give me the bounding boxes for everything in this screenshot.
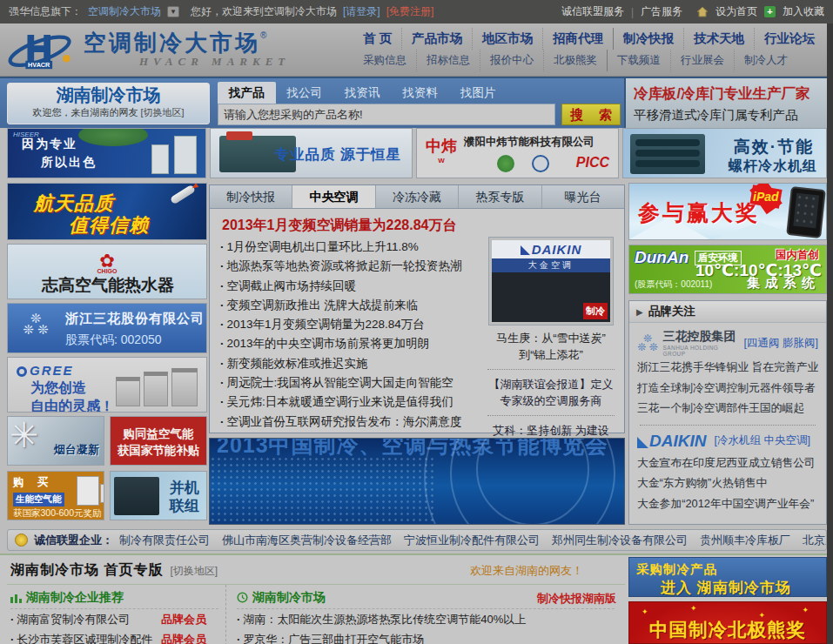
company-row[interactable]: 湖南富贸制冷有限公司 品牌会员 xyxy=(10,609,218,629)
coldroom-ad-banner[interactable]: 冷库板/冷库门专业生产厂家 平移滑道式冷库门属专利产品 xyxy=(624,78,833,130)
alliance-company-link[interactable]: 贵州顺丰冷库板厂 xyxy=(700,533,790,548)
add-favorite-link[interactable]: 加入收藏 xyxy=(783,4,824,19)
nav-exhibition[interactable]: 行业展会 xyxy=(670,50,734,71)
polar-bear-award-banner[interactable]: ✦ ✦ ✦ ✦ 中国制冷北极熊奖 xyxy=(628,601,827,644)
sanhua-stock-ad[interactable]: ❊❊ ❊ 浙江三花股份有限公司 股票代码: 002050 xyxy=(7,303,207,353)
news-item[interactable]: 吴元炜:日本就暖通空调行业来说是值得我们 xyxy=(220,392,494,412)
news-tab-central-ac[interactable]: 中央空调 xyxy=(292,185,375,208)
news-tab-heat-pump[interactable]: 热泵专版 xyxy=(459,185,541,208)
news-item[interactable]: 2013年的中央空调市场前景将更加明朗 xyxy=(220,334,494,353)
brand-news-item[interactable]: 大金“东方购物”火热销售中 xyxy=(637,473,818,493)
alliance-company-link[interactable]: 郑州同生制冷设备有限公司 xyxy=(552,533,688,548)
brand-news-item[interactable]: 大金参加“2012年中国空调产业年会” xyxy=(637,493,818,514)
news-tab-cold-storage[interactable]: 冷冻冷藏 xyxy=(376,185,459,208)
nav-refrigeration-news[interactable]: 制冷快报 xyxy=(613,28,683,50)
tongyi-ad[interactable]: 购同益空气能 获国家节能补贴 xyxy=(110,416,207,466)
photo-caption-link[interactable]: 马生庚：从“雪中送炭” 到“锦上添花” xyxy=(485,330,617,363)
news-item[interactable]: 1月份空调电机出口量环比上升11.8% xyxy=(220,238,494,257)
news-item[interactable]: 2013年1月变频空调销量为228.84万台 xyxy=(220,315,494,334)
search-input[interactable] xyxy=(218,104,555,125)
divider xyxy=(487,415,615,416)
chigo-ad[interactable]: ✿CHIGO 志高空气能热水器 招商电话:0757-88783942 xyxy=(7,244,207,299)
switch-region-link[interactable]: [切换地区] xyxy=(170,564,218,579)
hiseer-ad-banner[interactable]: HISEER 因为专业 所以出色 xyxy=(7,128,206,178)
alliance-label: 诚信联盟企业： xyxy=(34,533,113,548)
gree-ad[interactable]: GREE 为您创造 自由的灵感！ xyxy=(7,357,207,413)
buy-products-banner[interactable]: 采购制冷产品 进入 湖南制冷市场 xyxy=(628,557,827,597)
company-row[interactable]: 长沙市芙蓉区诚理制冷配件 品牌会员 xyxy=(10,629,218,644)
login-link[interactable]: [请登录] xyxy=(343,4,380,19)
search-tab-product[interactable]: 找产品 xyxy=(218,82,276,104)
nav-region-market[interactable]: 地区市场 xyxy=(472,28,542,50)
alliance-company-link[interactable]: 制冷有限责任公司 xyxy=(119,533,210,548)
nav-forum[interactable]: 行业论坛 xyxy=(754,28,824,50)
sanhua-brand-row[interactable]: ❊❊ ❊ 三花控股集团 SANHUA HOLDING GROUP [四通阀 膨胀… xyxy=(637,329,818,357)
news-tab-exposure[interactable]: 曝光台 xyxy=(542,185,624,208)
news-item[interactable]: 地源热泵等地热资源或将掀起新一轮投资热潮 xyxy=(220,257,494,276)
dunan-ad[interactable]: DunAn 盾安环境 (股票代码：002011) 国内首创 10℃:10℃:13… xyxy=(628,245,827,294)
nav-technology[interactable]: 技术天地 xyxy=(683,28,754,50)
alliance-company-link[interactable]: 宁波恒业制冷配件有限公司 xyxy=(404,533,540,548)
chevron-down-icon[interactable]: ▼ xyxy=(167,6,179,17)
daikin-tags-link[interactable]: [冷水机组 中央空调] xyxy=(714,433,809,448)
news-item[interactable]: 空调业首份互联网研究报告发布：海尔满意度 xyxy=(220,413,494,432)
nav-agency[interactable]: 招商代理 xyxy=(542,28,613,50)
sanhua-group-name: 三花控股集团 xyxy=(663,329,736,345)
regional-news-item[interactable]: 湖南：太阳能次生源热源塔热泵比传统空调节能40%以上 xyxy=(237,609,615,629)
switch-region-link[interactable]: [切换地区] xyxy=(140,107,184,117)
nav-home[interactable]: 首 页 xyxy=(353,28,401,50)
worldmap-dots-graphic xyxy=(210,456,436,525)
report-link[interactable]: 【湖南联谊会报道】定义 专家级的空调服务商 xyxy=(485,376,617,409)
brand-news-item[interactable]: 三花一个制冷空调部件王国的崛起 xyxy=(637,398,818,419)
search-tab-docs[interactable]: 找资料 xyxy=(392,82,450,104)
sanhua-tags-link[interactable]: [四通阀 膨胀阀] xyxy=(744,336,818,351)
divider xyxy=(640,425,816,426)
screw-chiller-ad-banner[interactable]: 高效·节能 螺杆冷水机组 xyxy=(622,128,827,178)
yantai-ad[interactable]: ✳ 烟台凝新 xyxy=(7,416,104,466)
brand-focus-box: ▶ 品牌关注 ❊❊ ❊ 三花控股集团 SANHUA HOLDING GROUP … xyxy=(628,300,827,525)
set-home-link[interactable]: 设为首页 xyxy=(715,4,757,19)
ipad-prize-ad[interactable]: iPad 参与赢大奖 xyxy=(628,183,827,240)
news-tabs: 制冷快报 中央空调 冷冻冷藏 热泵专版 曝光台 xyxy=(210,185,624,209)
ad-service-link[interactable]: 广告服务 xyxy=(641,4,682,19)
brand-news-item[interactable]: 大金宣布在印度尼西亚成立销售公司 xyxy=(637,453,818,473)
nav-purchase-info[interactable]: 采购信息 xyxy=(353,50,416,71)
nav-product-market[interactable]: 产品市场 xyxy=(401,28,472,50)
site-logo[interactable]: HVACR 空调制冷大市场® HVACR MARKET xyxy=(7,27,290,72)
alliance-company-link[interactable]: 佛山市南海区奥营制冷设备经营部 xyxy=(222,533,392,548)
hengxing-ad-banner[interactable]: 专业品质 源于恒星 xyxy=(210,128,413,178)
shengneng-ad[interactable]: 购 买 生能空气能 获国家300-600元奖励 xyxy=(7,471,104,520)
cert-badge-icon xyxy=(532,155,549,172)
news-tab-refrigeration-express[interactable]: 制冷快报 xyxy=(210,185,292,208)
nav-polar-bear-award[interactable]: 北极熊奖 xyxy=(543,50,607,71)
regional-express-link[interactable]: 制冷快报湖南版 xyxy=(537,591,616,607)
search-tab-images[interactable]: 找图片 xyxy=(449,82,507,104)
alliance-service-link[interactable]: 诚信联盟服务 xyxy=(561,4,624,19)
search-tab-company[interactable]: 找公司 xyxy=(276,82,334,104)
expo-ad-banner[interactable]: 2013中国制冷、空调与热泵节能博览会 xyxy=(209,438,625,525)
aerospace-ad[interactable]: 航天品质 值得信赖 xyxy=(7,183,207,240)
news-item[interactable]: 新变频能效标准或推迟实施 xyxy=(220,354,494,373)
bingji-ad[interactable]: 并机 联组 xyxy=(110,471,207,520)
nav-quote-center[interactable]: 报价中心 xyxy=(480,50,543,71)
nav-talent[interactable]: 制冷人才 xyxy=(734,50,797,71)
daikin-store-photo[interactable]: DAIKIN 大金空调 制冷 xyxy=(488,237,614,325)
daikin-brand-row[interactable]: DAIKIN [冷水机组 中央空调] xyxy=(637,432,818,451)
news-headline[interactable]: 2013年1月变频空调销量为228.84万台 xyxy=(222,217,614,235)
brand-news-item[interactable]: 打造全球制冷空调控制元器件领导者 xyxy=(637,378,818,399)
regional-news-item[interactable]: 罗京华：广告三部曲打开空气能市场 xyxy=(237,629,615,644)
zhongwei-ad-banner[interactable]: 中炜W 濮阳中炜节能科技有限公司 PICC xyxy=(416,128,619,178)
news-item[interactable]: 周远院士:我国将从智能空调大国走向智能空 xyxy=(220,373,494,392)
search-button[interactable]: 搜 索 xyxy=(561,104,621,125)
regional-title: 湖南制冷市场 首页专版 xyxy=(10,561,163,580)
nav-download[interactable]: 下载频道 xyxy=(607,50,670,71)
brand-news-item[interactable]: 浙江三花携手华锋铜业 旨在完善产业链 xyxy=(637,357,818,378)
nav-bid-info[interactable]: 招标信息 xyxy=(416,50,480,71)
news-item[interactable]: 变频空调新政推出 洗牌大战提前来临 xyxy=(220,296,494,315)
search-tab-news[interactable]: 找资讯 xyxy=(333,82,392,104)
site-select-link[interactable]: 空调制冷大市场 xyxy=(88,4,161,19)
register-link[interactable]: [免费注册] xyxy=(386,4,434,19)
alliance-company-link[interactable]: 北京三花制冷设备有限责任 xyxy=(803,533,827,548)
award-text: 中国制冷北极熊奖 xyxy=(629,617,826,642)
news-item[interactable]: 空调截止阀市场持续回暖 xyxy=(220,277,494,296)
